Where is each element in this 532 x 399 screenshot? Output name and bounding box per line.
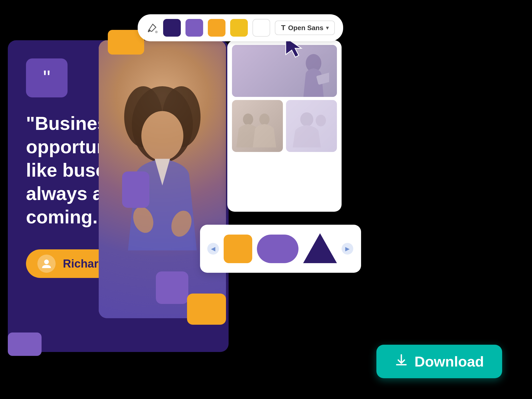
- quote-icon: ": [43, 68, 50, 88]
- deco-purple-bl: [8, 332, 42, 356]
- deco-orange-bottom: [187, 294, 226, 325]
- svg-point-11: [259, 114, 270, 125]
- deco-purple-bottom: [156, 271, 188, 304]
- svg-point-10: [243, 114, 253, 125]
- paint-bucket-icon[interactable]: [146, 22, 158, 34]
- image-thumb-2[interactable]: [232, 100, 283, 152]
- font-name: Open Sans: [288, 24, 323, 32]
- color-swatch-yellow[interactable]: [230, 19, 248, 37]
- shapes-panel: ◀ ▶: [200, 225, 361, 273]
- svg-point-5: [141, 111, 183, 161]
- image-picker-panel: [227, 40, 342, 212]
- color-swatch-orange[interactable]: [208, 19, 225, 37]
- color-swatch-white[interactable]: [252, 19, 270, 37]
- download-icon: [395, 353, 408, 370]
- download-label: Download: [414, 353, 484, 370]
- font-t-icon: T: [281, 24, 285, 32]
- shapes-next-button[interactable]: ▶: [342, 243, 353, 255]
- author-avatar: [37, 255, 56, 273]
- svg-point-12: [300, 112, 313, 127]
- font-selector[interactable]: T Open Sans ▾: [275, 21, 335, 35]
- quote-icon-box: ": [26, 58, 68, 97]
- shape-navy-triangle[interactable]: [303, 233, 337, 263]
- canvas: T Open Sans ▾ " "Business opportunities …: [0, 0, 532, 399]
- svg-point-0: [155, 31, 158, 33]
- deco-purple-mid: [122, 171, 149, 208]
- shapes-prev-button[interactable]: ◀: [207, 243, 219, 255]
- svg-point-1: [44, 260, 49, 264]
- svg-point-13: [316, 115, 326, 127]
- shape-orange-square[interactable]: [224, 235, 252, 263]
- color-swatch-navy[interactable]: [163, 19, 181, 37]
- shape-purple-ellipse[interactable]: [257, 235, 298, 263]
- toolbar: T Open Sans ▾: [138, 14, 343, 41]
- shape-triangle-container: [303, 235, 337, 263]
- color-swatch-purple[interactable]: [185, 19, 203, 37]
- chevron-down-icon: ▾: [326, 25, 329, 31]
- image-thumb-3[interactable]: [286, 100, 337, 152]
- download-button[interactable]: Download: [376, 345, 502, 378]
